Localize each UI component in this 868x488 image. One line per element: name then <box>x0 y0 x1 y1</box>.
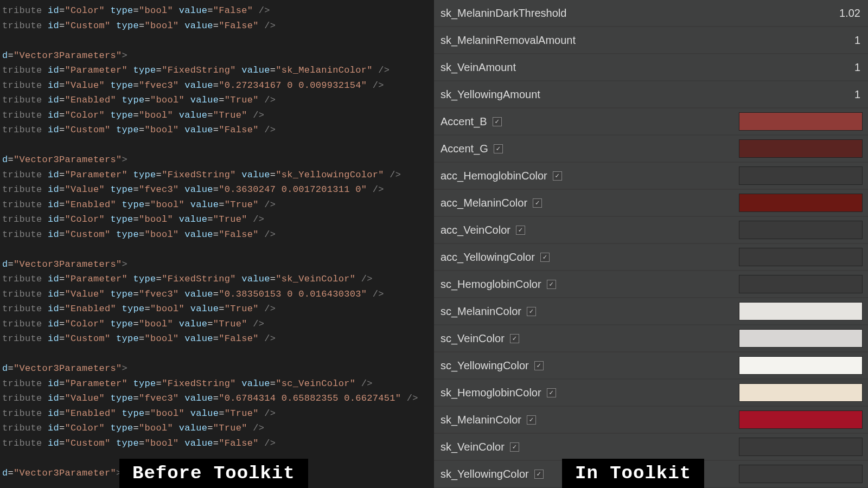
color-swatch[interactable] <box>739 383 863 402</box>
checkbox-icon[interactable]: ✓ <box>494 144 503 153</box>
color-swatch[interactable] <box>739 112 863 131</box>
code-block: tribute id="Color" type="bool" value="Fa… <box>2 3 434 480</box>
property-row[interactable]: Accent_G✓ <box>434 136 868 163</box>
property-label: acc_MelaninColor <box>441 197 527 209</box>
code-line: d="Vector3Parameters"> <box>2 152 434 168</box>
code-line: tribute id="Value" type="fvec3" value="0… <box>2 182 434 197</box>
property-row[interactable]: sk_MelaninDarkThreshold1.02 <box>434 0 868 27</box>
property-label: sk_MelaninRemovalAmount <box>441 34 830 47</box>
property-row[interactable]: acc_YellowingColor✓ <box>434 244 868 271</box>
code-line: tribute id="Color" type="bool" value="Tr… <box>2 212 434 227</box>
code-line: tribute id="Color" type="bool" value="Tr… <box>2 108 434 123</box>
property-value[interactable]: 1 <box>830 34 863 47</box>
property-value[interactable]: 1 <box>830 61 863 74</box>
property-row[interactable]: acc_MelaninColor✓ <box>434 190 868 217</box>
property-label: sk_VeinColor <box>441 441 505 453</box>
color-swatch[interactable] <box>739 356 863 375</box>
color-swatch[interactable] <box>739 438 863 456</box>
code-line: tribute id="Custom" type="bool" value="F… <box>2 331 434 346</box>
code-line: tribute id="Value" type="fvec3" value="0… <box>2 78 434 93</box>
property-label: acc_VeinColor <box>441 224 510 236</box>
caption-before: Before Toolkit <box>119 459 308 488</box>
checkbox-icon[interactable]: ✓ <box>510 442 519 452</box>
code-line: tribute id="Parameter" type="FixedString… <box>2 168 434 183</box>
checkbox-icon[interactable]: ✓ <box>547 388 556 397</box>
code-line: tribute id="Custom" type="bool" value="F… <box>2 227 434 242</box>
code-line: tribute id="Parameter" type="FixedString… <box>2 272 434 287</box>
code-line: tribute id="Value" type="fvec3" value="0… <box>2 287 434 302</box>
property-label: sc_YellowingColor <box>441 359 529 372</box>
checkbox-icon[interactable]: ✓ <box>534 470 544 479</box>
property-value[interactable]: 1.02 <box>830 7 863 20</box>
color-swatch[interactable] <box>739 248 863 266</box>
property-value[interactable]: 1 <box>830 88 863 101</box>
property-list: sk_MelaninDarkThreshold1.02sk_MelaninRem… <box>434 0 868 488</box>
code-line: tribute id="Enabled" type="bool" value="… <box>2 301 434 317</box>
property-row[interactable]: sc_HemoglobinColor✓ <box>434 271 868 298</box>
checkbox-icon[interactable]: ✓ <box>527 415 536 425</box>
property-label: acc_YellowingColor <box>441 251 535 264</box>
code-line: tribute id="Color" type="bool" value="Fa… <box>2 3 434 18</box>
property-row[interactable]: sk_VeinAmount1 <box>434 54 868 81</box>
code-line: tribute id="Enabled" type="bool" value="… <box>2 406 434 421</box>
code-line: d="Vector3Parameters"> <box>2 257 434 272</box>
property-row[interactable]: sc_VeinColor✓ <box>434 325 868 352</box>
property-label: sk_HemoglobinColor <box>441 387 541 399</box>
checkbox-icon[interactable]: ✓ <box>527 307 536 316</box>
property-label: sk_MelaninColor <box>441 414 521 426</box>
checkbox-icon[interactable]: ✓ <box>534 361 544 370</box>
property-label: sc_VeinColor <box>441 332 505 345</box>
property-label: sk_VeinAmount <box>441 61 830 74</box>
property-label: sc_HemoglobinColor <box>441 278 541 291</box>
checkbox-icon[interactable]: ✓ <box>516 226 525 235</box>
code-line: tribute id="Custom" type="bool" value="F… <box>2 18 434 34</box>
property-row[interactable]: acc_HemoglobinColor✓ <box>434 163 868 190</box>
property-row[interactable]: sk_YellowingAmount1 <box>434 81 868 108</box>
code-line: tribute id="Custom" type="bool" value="F… <box>2 123 434 138</box>
code-line: tribute id="Color" type="bool" value="Tr… <box>2 421 434 436</box>
code-line: tribute id="Value" type="fvec3" value="0… <box>2 391 434 406</box>
color-swatch[interactable] <box>739 302 863 320</box>
code-line: d="Vector3Parameters"> <box>2 361 434 376</box>
property-row[interactable]: sc_MelaninColor✓ <box>434 298 868 325</box>
property-label: sk_MelaninDarkThreshold <box>441 7 830 20</box>
property-label: Accent_B <box>441 115 487 128</box>
property-row[interactable]: sc_YellowingColor✓ <box>434 352 868 380</box>
code-line <box>2 33 434 48</box>
color-swatch[interactable] <box>739 329 863 348</box>
property-label: Accent_G <box>441 143 488 155</box>
code-line: tribute id="Enabled" type="bool" value="… <box>2 93 434 108</box>
code-line: tribute id="Enabled" type="bool" value="… <box>2 197 434 213</box>
code-line <box>2 138 434 153</box>
checkbox-icon[interactable]: ✓ <box>540 253 550 262</box>
property-row[interactable]: sk_HemoglobinColor✓ <box>434 380 868 407</box>
checkbox-icon[interactable]: ✓ <box>510 334 519 343</box>
checkbox-icon[interactable]: ✓ <box>547 280 556 289</box>
color-swatch[interactable] <box>739 166 863 185</box>
code-line: tribute id="Color" type="bool" value="Tr… <box>2 317 434 332</box>
color-swatch[interactable] <box>739 410 863 429</box>
code-line: tribute id="Parameter" type="FixedString… <box>2 63 434 78</box>
code-line <box>2 242 434 257</box>
color-swatch[interactable] <box>739 139 863 158</box>
color-swatch[interactable] <box>739 275 863 293</box>
checkbox-icon[interactable]: ✓ <box>493 117 502 126</box>
property-label: sk_YellowingColor <box>441 468 529 480</box>
property-row[interactable]: sk_MelaninColor✓ <box>434 407 868 434</box>
code-editor-panel: tribute id="Color" type="bool" value="Fa… <box>0 0 434 488</box>
checkbox-icon[interactable]: ✓ <box>553 171 562 181</box>
caption-after: In Toolkit <box>562 459 704 488</box>
color-swatch[interactable] <box>739 465 863 483</box>
property-row[interactable]: sk_VeinColor✓ <box>434 434 868 461</box>
property-row[interactable]: Accent_B✓ <box>434 108 868 136</box>
color-swatch[interactable] <box>739 194 863 212</box>
property-label: acc_HemoglobinColor <box>441 170 547 182</box>
code-line: tribute id="Custom" type="bool" value="F… <box>2 436 434 451</box>
property-row[interactable]: sk_MelaninRemovalAmount1 <box>434 27 868 54</box>
property-row[interactable]: acc_VeinColor✓ <box>434 217 868 244</box>
checkbox-icon[interactable]: ✓ <box>533 198 542 208</box>
color-swatch[interactable] <box>739 221 863 239</box>
code-line: d="Vector3Parameters"> <box>2 48 434 63</box>
property-label: sc_MelaninColor <box>441 305 521 318</box>
property-panel: sk_MelaninDarkThreshold1.02sk_MelaninRem… <box>434 0 868 488</box>
